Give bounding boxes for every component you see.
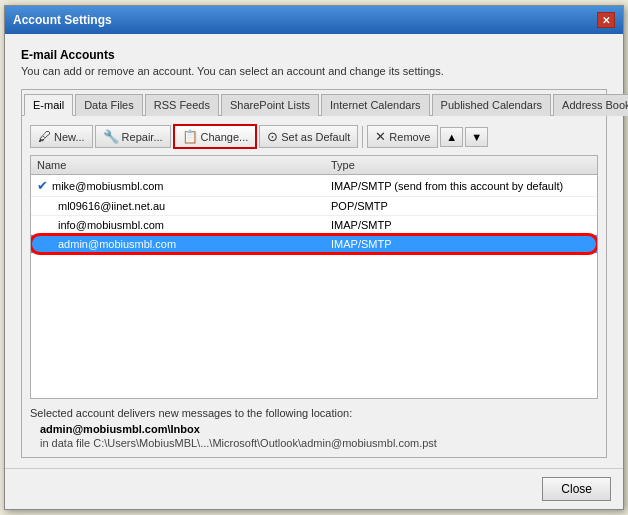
window-title: Account Settings [13, 13, 112, 27]
accounts-table: Name Type ✔ mike@mobiusmbl.com IMAP/SMTP… [30, 155, 598, 399]
toolbar: 🖊 New... 🔧 Repair... 📋 Change... ⊙ [30, 124, 598, 149]
window-close-button[interactable]: ✕ [597, 12, 615, 28]
table-row[interactable]: ml09616@iinet.net.au POP/SMTP [31, 197, 597, 216]
move-down-button[interactable]: ▼ [465, 127, 488, 147]
new-icon: 🖊 [38, 129, 51, 144]
tab-data-files[interactable]: Data Files [75, 94, 143, 116]
tab-rss-feeds[interactable]: RSS Feeds [145, 94, 219, 116]
set-default-label: Set as Default [281, 131, 350, 143]
tabs-container: E-mail Data Files RSS Feeds SharePoint L… [21, 89, 607, 458]
tab-sharepoint-lists[interactable]: SharePoint Lists [221, 94, 319, 116]
row-type: POP/SMTP [331, 200, 591, 212]
row-type: IMAP/SMTP [331, 219, 591, 231]
move-up-button[interactable]: ▲ [440, 127, 463, 147]
table-header: Name Type [31, 156, 597, 175]
new-label: New... [54, 131, 85, 143]
accounts-list-wrapper: Name Type ✔ mike@mobiusmbl.com IMAP/SMTP… [30, 155, 598, 399]
table-row[interactable]: info@mobiusmbl.com IMAP/SMTP [31, 216, 597, 235]
checked-icon: ✔ [37, 178, 48, 193]
section-title: E-mail Accounts [21, 48, 607, 62]
selected-path: in data file C:\Users\MobiusMBL\...\Micr… [40, 437, 598, 449]
remove-icon: ✕ [375, 129, 386, 144]
main-content: E-mail Accounts You can add or remove an… [5, 34, 623, 468]
toolbar-wrapper: 🖊 New... 🔧 Repair... 📋 Change... ⊙ [30, 124, 598, 155]
selected-location: admin@mobiusmbl.com\Inbox [40, 423, 598, 435]
section-desc: You can add or remove an account. You ca… [21, 65, 607, 77]
set-default-icon: ⊙ [267, 129, 278, 144]
col-name-header: Name [37, 159, 331, 171]
remove-label: Remove [389, 131, 430, 143]
change-label: Change... [201, 131, 249, 143]
table-row[interactable]: ✔ mike@mobiusmbl.com IMAP/SMTP (send fro… [31, 175, 597, 197]
tab-email-content: 🖊 New... 🔧 Repair... 📋 Change... ⊙ [22, 116, 606, 457]
tab-published-calendars[interactable]: Published Calendars [432, 94, 552, 116]
tab-address-books[interactable]: Address Books [553, 94, 628, 116]
row-name: ✔ mike@mobiusmbl.com [37, 178, 331, 193]
repair-button[interactable]: 🔧 Repair... [95, 125, 171, 148]
selected-info: Selected account delivers new messages t… [30, 407, 598, 449]
set-default-button[interactable]: ⊙ Set as Default [259, 125, 358, 148]
repair-label: Repair... [122, 131, 163, 143]
new-button[interactable]: 🖊 New... [30, 125, 93, 148]
col-type-header: Type [331, 159, 591, 171]
repair-icon: 🔧 [103, 129, 119, 144]
remove-button[interactable]: ✕ Remove [367, 125, 438, 148]
selected-info-text: Selected account delivers new messages t… [30, 407, 598, 419]
change-icon: 📋 [182, 129, 198, 144]
change-button[interactable]: 📋 Change... [173, 124, 258, 149]
tab-internet-calendars[interactable]: Internet Calendars [321, 94, 430, 116]
row-name: admin@mobiusmbl.com [37, 238, 331, 250]
table-row-selected[interactable]: admin@mobiusmbl.com IMAP/SMTP [31, 235, 597, 254]
toolbar-separator [362, 126, 363, 148]
account-settings-window: Account Settings ✕ E-mail Accounts You c… [4, 5, 624, 510]
bottom-bar: Close [5, 468, 623, 509]
row-type: IMAP/SMTP (send from this account by def… [331, 180, 591, 192]
tab-email[interactable]: E-mail [24, 94, 73, 116]
row-name: ml09616@iinet.net.au [37, 200, 331, 212]
row-type: IMAP/SMTP [331, 238, 591, 250]
title-bar: Account Settings ✕ [5, 6, 623, 34]
row-name: info@mobiusmbl.com [37, 219, 331, 231]
close-button[interactable]: Close [542, 477, 611, 501]
tabs-row: E-mail Data Files RSS Feeds SharePoint L… [22, 90, 606, 116]
